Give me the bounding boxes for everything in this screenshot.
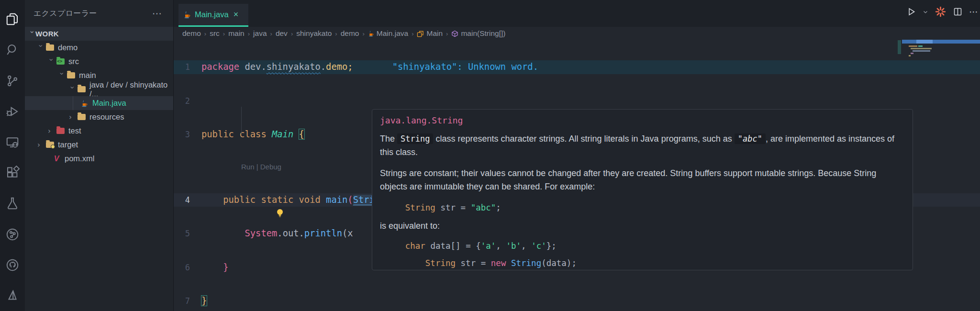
minimap-line [918, 45, 923, 47]
explorer-title: エクスプローラー [33, 9, 97, 19]
run-debug-icon[interactable] [0, 96, 25, 127]
extensions-icon[interactable] [0, 157, 25, 188]
code-line-2[interactable]: 2 [174, 94, 980, 108]
explorer-sidebar: エクスプローラー ⋯ › WORK › demo › <> src › main… [25, 0, 173, 311]
breadcrumb-demo[interactable]: demo [182, 29, 201, 38]
token [201, 195, 223, 205]
token: . [299, 228, 304, 238]
token: ( [347, 195, 353, 205]
token: , [496, 241, 506, 251]
minimap-line [913, 50, 930, 52]
symbol-class-icon [417, 30, 424, 37]
token: new [491, 258, 506, 268]
code-line-7[interactable]: 7 } [174, 294, 980, 308]
breadcrumb-java[interactable]: java [253, 29, 267, 38]
token: { [299, 129, 304, 139]
more-actions-icon[interactable]: ⋯ [969, 6, 979, 17]
token [380, 258, 425, 268]
gitlens-icon[interactable] [0, 219, 25, 249]
tab-bar: Main.java × ⋯ [174, 0, 980, 27]
token: (data); [541, 258, 577, 268]
tab-label: Main.java [195, 10, 229, 19]
run-button[interactable] [906, 7, 916, 17]
code-line-1[interactable]: 1 package dev.shinyakato.demo;"shinyakat… [174, 60, 980, 74]
remote-explorer-icon[interactable] [0, 127, 25, 157]
breadcrumb-shinyakato[interactable]: shinyakato [296, 29, 332, 38]
minimap-info-line [902, 40, 980, 44]
explorer-more-icon[interactable]: ⋯ [152, 8, 163, 19]
target-folder-icon [45, 141, 55, 149]
overview-ruler-mark [898, 40, 901, 54]
minimap-line [911, 53, 913, 54]
java-file-icon [79, 100, 89, 107]
token: println [304, 228, 342, 238]
workspace-label: WORK [35, 30, 59, 38]
tree-item-pom-xml[interactable]: V pom.xml [25, 152, 173, 166]
token [201, 228, 245, 238]
chevron-right-icon: › [48, 127, 55, 135]
token: (x [342, 228, 353, 238]
starburst-extension-icon[interactable] [935, 6, 947, 18]
run-dropdown-chevron-icon[interactable] [923, 9, 928, 15]
breadcrumb-dev[interactable]: dev [276, 29, 288, 38]
folder-icon [77, 86, 86, 93]
vscode-window: エクスプローラー ⋯ › WORK › demo › <> src › main… [0, 0, 980, 311]
token: str = [456, 258, 491, 268]
chevron-down-icon: › [28, 31, 36, 37]
indent-guide [73, 96, 73, 110]
chevron-down-icon: › [36, 44, 45, 51]
symbol-method-icon [451, 30, 458, 37]
tree-item-demo[interactable]: › demo [25, 41, 173, 55]
minimap-line [909, 55, 911, 56]
explorer-header: エクスプローラー ⋯ [25, 0, 173, 27]
minimap[interactable] [902, 30, 980, 75]
tree-item-target[interactable]: › target [25, 138, 173, 152]
folder-icon [66, 72, 76, 79]
chevron-down-icon: › [68, 86, 77, 93]
tab-main-java[interactable]: Main.java × [178, 4, 248, 27]
breadcrumb: demo› src› main› java› dev› shinyakato› … [174, 27, 980, 40]
tree-item-src[interactable]: › <> src [25, 55, 173, 68]
hover-paragraph-1: The String class represents character st… [380, 132, 906, 159]
token: , [521, 241, 531, 251]
source-control-icon[interactable] [0, 65, 25, 96]
lightbulb-icon[interactable] [222, 195, 230, 205]
java-projects-icon[interactable] [0, 280, 25, 311]
breadcrumb-method[interactable]: main(String[]) [451, 29, 505, 38]
testing-flask-icon[interactable] [0, 188, 25, 219]
token [380, 203, 405, 212]
tree-item-main-java[interactable]: Main.java [25, 96, 173, 110]
chevron-down-icon: › [47, 58, 56, 65]
tree-item-java-compact[interactable]: › java / dev / shinyakato /... [25, 82, 173, 96]
token [201, 262, 223, 272]
split-editor-icon[interactable] [953, 7, 963, 17]
token [506, 258, 511, 268]
tree-item-resources[interactable]: › resources [25, 110, 173, 124]
token: out [283, 228, 299, 238]
chevron-right-icon: › [69, 113, 76, 122]
github-icon[interactable] [0, 250, 25, 280]
breadcrumb-class[interactable]: Main [417, 29, 443, 38]
token: String [405, 203, 435, 212]
token: . [321, 62, 326, 72]
token: shinyakato [267, 62, 321, 72]
workspace-section-work[interactable]: › WORK [25, 27, 173, 41]
breadcrumb-file[interactable]: Main.java [368, 29, 408, 38]
maven-icon: V [52, 155, 61, 163]
search-icon[interactable] [0, 34, 25, 65]
breadcrumb-src[interactable]: src [210, 29, 220, 38]
hover-equivalent-text: is equivalent to: [380, 219, 906, 233]
breadcrumb-main[interactable]: main [228, 29, 245, 38]
tab-close-icon[interactable]: × [234, 10, 239, 20]
token: . [277, 228, 282, 238]
token: public static void [223, 195, 326, 205]
folder-icon [45, 44, 55, 52]
token: 'c' [531, 241, 546, 251]
explorer-icon[interactable] [0, 4, 25, 34]
editor-group: Main.java × ⋯ demo› src› [173, 0, 980, 311]
token: "abc" [735, 133, 766, 144]
java-file-icon [183, 11, 191, 19]
tree-item-test[interactable]: › test [25, 124, 173, 138]
breadcrumb-demo-pkg[interactable]: demo [341, 29, 359, 38]
token: String [511, 258, 541, 268]
